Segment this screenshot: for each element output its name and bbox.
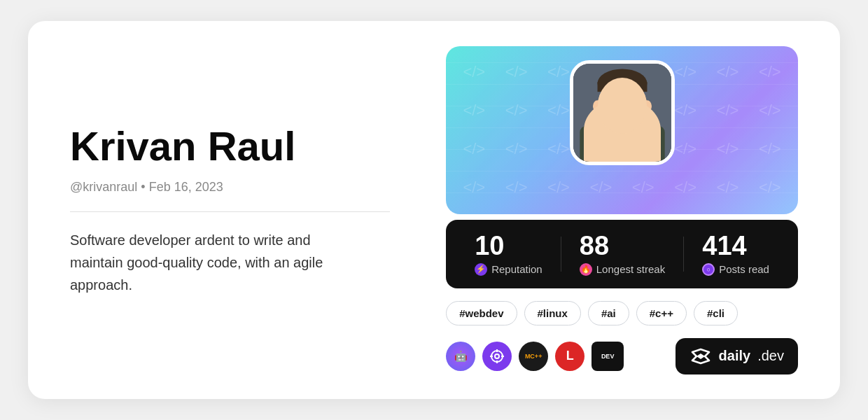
stat-streak: 88 🔥 Longest streak [580, 232, 665, 276]
svg-rect-4 [611, 115, 634, 132]
svg-rect-7 [597, 82, 647, 92]
tag-cpp[interactable]: #c++ [636, 301, 687, 326]
streak-value: 88 [580, 232, 609, 259]
streak-icon: 🔥 [580, 263, 592, 276]
streak-label: 🔥 Longest streak [580, 263, 665, 276]
posts-label: ○ Posts read [702, 263, 769, 276]
reputation-label: ⚡ Reputation [475, 263, 542, 276]
avatar-wrapper [570, 60, 675, 165]
divider [70, 211, 390, 212]
svg-point-9 [642, 100, 651, 112]
svg-rect-0 [573, 64, 671, 162]
brand-logo: daily.dev [676, 338, 798, 374]
svg-point-8 [593, 100, 602, 112]
svg-point-12 [615, 110, 629, 115]
brand-daily: daily [719, 348, 751, 364]
user-meta: @krivanraul • Feb 16, 2023 [70, 180, 390, 195]
stat-divider-1 [561, 237, 561, 272]
tag-linux[interactable]: #linux [524, 301, 581, 326]
stat-divider-2 [683, 237, 684, 272]
avatar [573, 64, 671, 162]
profile-card: Krivan Raul @krivanraul • Feb 16, 2023 S… [28, 21, 840, 399]
source-icon-2[interactable] [482, 342, 512, 371]
user-name: Krivan Raul [70, 124, 390, 169]
svg-point-10 [609, 100, 615, 107]
stats-bar: 10 ⚡ Reputation 88 🔥 Longest streak 414 … [446, 220, 798, 288]
svg-rect-2 [593, 125, 619, 164]
tag-cli[interactable]: #cli [694, 301, 738, 326]
svg-point-11 [629, 100, 635, 107]
right-section: </> </> </> </> </> </> </> </> </> </> … [446, 46, 798, 374]
svg-rect-3 [625, 125, 651, 164]
left-section: Krivan Raul @krivanraul • Feb 16, 2023 S… [70, 124, 390, 296]
user-bio: Software developer ardent to write and m… [70, 229, 350, 296]
reputation-icon: ⚡ [475, 263, 487, 276]
source-icon-3[interactable]: MC++ [519, 342, 548, 371]
stat-posts: 414 ○ Posts read [702, 232, 769, 276]
footer-row: 🤖 MC++ L DEV [446, 338, 798, 374]
svg-point-15 [491, 351, 503, 362]
svg-text:🤖: 🤖 [454, 350, 468, 363]
tag-webdev[interactable]: #webdev [446, 301, 517, 326]
posts-icon: ○ [702, 263, 715, 276]
profile-banner: </> </> </> </> </> </> </> </> </> </> … [446, 46, 798, 214]
source-icons: 🤖 MC++ L DEV [446, 342, 624, 371]
user-handle: @krivanraul [70, 180, 137, 194]
svg-point-5 [597, 78, 647, 133]
svg-rect-1 [580, 125, 664, 164]
svg-point-16 [495, 354, 499, 358]
source-icon-5[interactable]: DEV [592, 342, 624, 371]
posts-value: 414 [702, 232, 746, 259]
tag-ai[interactable]: #ai [588, 301, 629, 326]
meta-separator: • [141, 180, 148, 194]
brand-dev: .dev [757, 348, 784, 364]
source-icon-1[interactable]: 🤖 [446, 342, 475, 371]
tags-row: #webdev #linux #ai #c++ #cli [446, 301, 798, 326]
stat-reputation: 10 ⚡ Reputation [475, 232, 542, 276]
user-joined: Feb 16, 2023 [149, 180, 223, 194]
source-icon-4[interactable]: L [555, 342, 584, 371]
reputation-value: 10 [475, 232, 504, 259]
